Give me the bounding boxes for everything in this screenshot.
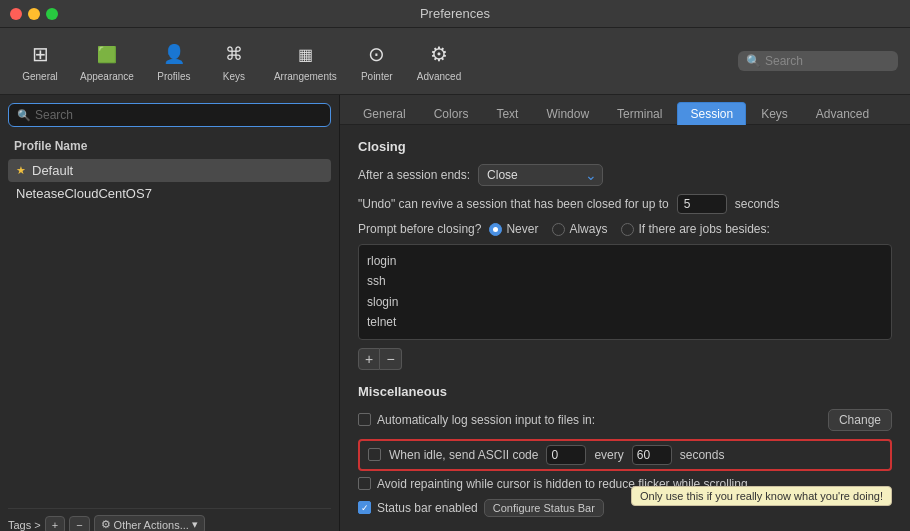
radio-jobs-label: If there are jobs besides: — [638, 222, 769, 236]
toolbar-item-appearance[interactable]: 🟩 Appearance — [72, 36, 142, 86]
jobs-list: rlogin ssh slogin telnet — [358, 244, 892, 340]
minimize-button[interactable] — [28, 8, 40, 20]
tab-window[interactable]: Window — [533, 102, 602, 125]
toolbar-item-profiles[interactable]: 👤 Profiles — [146, 36, 202, 86]
tab-general[interactable]: General — [350, 102, 419, 125]
profile-name-netease: NeteaseCloudCentOS7 — [16, 186, 152, 201]
profile-list-header: Profile Name — [8, 135, 331, 157]
job-item-ssh: ssh — [367, 271, 883, 291]
after-session-select-wrapper: Close Run Command... Don't close ⌄ — [478, 164, 603, 186]
toolbar-label-profiles: Profiles — [157, 71, 190, 82]
undo-prefix-label: "Undo" can revive a session that has bee… — [358, 197, 669, 211]
toolbar-search[interactable]: 🔍 — [738, 51, 898, 71]
prompt-label: Prompt before closing? — [358, 222, 481, 236]
toolbar-search-input[interactable] — [765, 54, 885, 68]
window-title: Preferences — [420, 6, 490, 21]
toolbar-item-arrangements[interactable]: ▦ Arrangements — [266, 36, 345, 86]
general-icon: ⊞ — [26, 40, 54, 68]
after-session-select[interactable]: Close Run Command... Don't close — [478, 164, 603, 186]
job-item-slogin: slogin — [367, 292, 883, 312]
toolbar-label-advanced: Advanced — [417, 71, 461, 82]
ascii-code-input[interactable] — [546, 445, 586, 465]
star-icon: ★ — [16, 164, 26, 177]
toolbar-label-keys: Keys — [223, 71, 245, 82]
tab-terminal[interactable]: Terminal — [604, 102, 675, 125]
titlebar: Preferences — [0, 0, 910, 28]
sidebar: 🔍 Profile Name ★ Default NeteaseCloudCen… — [0, 95, 340, 531]
undo-seconds-input[interactable] — [677, 194, 727, 214]
after-session-row: After a session ends: Close Run Command.… — [358, 164, 892, 186]
toolbar-label-pointer: Pointer — [361, 71, 393, 82]
other-actions-button[interactable]: ⚙ Other Actions... ▾ — [94, 515, 205, 531]
after-session-label: After a session ends: — [358, 168, 470, 182]
tab-bar: General Colors Text Window Terminal Sess… — [340, 95, 910, 125]
profiles-icon: 👤 — [160, 40, 188, 68]
toolbar-label-appearance: Appearance — [80, 71, 134, 82]
toolbar-label-general: General — [22, 71, 58, 82]
ascii-row: When idle, send ASCII code every seconds — [358, 439, 892, 471]
job-item-telnet: telnet — [367, 312, 883, 332]
radio-never-label: Never — [506, 222, 538, 236]
sidebar-search-input[interactable] — [35, 108, 322, 122]
undo-suffix-label: seconds — [735, 197, 780, 211]
auto-log-label: Automatically log session input to files… — [377, 413, 595, 427]
keys-icon: ⌘ — [220, 40, 248, 68]
misc-section-title: Miscellaneous — [358, 384, 892, 399]
toolbar-item-keys[interactable]: ⌘ Keys — [206, 36, 262, 86]
maximize-button[interactable] — [46, 8, 58, 20]
jobs-add-remove: + − — [358, 348, 892, 370]
toolbar: ⊞ General 🟩 Appearance 👤 Profiles ⌘ Keys… — [0, 28, 910, 95]
session-panel: Closing After a session ends: Close Run … — [340, 125, 910, 531]
tab-text[interactable]: Text — [483, 102, 531, 125]
window-controls — [10, 8, 58, 20]
content-area: General Colors Text Window Terminal Sess… — [340, 95, 910, 531]
change-button[interactable]: Change — [828, 409, 892, 431]
every-seconds-input[interactable] — [632, 445, 672, 465]
auto-log-checkbox[interactable] — [358, 413, 371, 426]
remove-job-button[interactable]: − — [380, 348, 402, 370]
closing-section-title: Closing — [358, 139, 892, 154]
ascii-tooltip: Only use this if you really know what yo… — [631, 486, 892, 506]
search-icon: 🔍 — [746, 54, 761, 68]
tab-advanced[interactable]: Advanced — [803, 102, 882, 125]
sidebar-search-icon: 🔍 — [17, 109, 31, 122]
profile-list: ★ Default NeteaseCloudCentOS7 — [8, 159, 331, 504]
job-item-rlogin: rlogin — [367, 251, 883, 271]
tab-keys[interactable]: Keys — [748, 102, 801, 125]
toolbar-item-pointer[interactable]: ⊙ Pointer — [349, 36, 405, 86]
every-label: every — [594, 448, 623, 462]
add-profile-button[interactable]: + — [45, 516, 65, 532]
toolbar-item-general[interactable]: ⊞ General — [12, 36, 68, 86]
radio-never[interactable]: Never — [489, 222, 538, 236]
auto-log-row: Automatically log session input to files… — [358, 409, 892, 431]
tags-label: Tags > — [8, 519, 41, 531]
tab-session[interactable]: Session — [677, 102, 746, 125]
radio-always-dot — [552, 223, 565, 236]
sidebar-footer: Tags > + − ⚙ Other Actions... ▾ — [8, 508, 331, 531]
radio-never-dot — [489, 223, 502, 236]
status-bar-checkbox[interactable] — [358, 501, 371, 514]
radio-always[interactable]: Always — [552, 222, 607, 236]
configure-status-bar-button[interactable]: Configure Status Bar — [484, 499, 604, 517]
radio-always-label: Always — [569, 222, 607, 236]
other-actions-icon: ⚙ — [101, 518, 111, 531]
add-job-button[interactable]: + — [358, 348, 380, 370]
toolbar-item-advanced[interactable]: ⚙ Advanced — [409, 36, 469, 86]
prompt-row: Prompt before closing? Never Always If t… — [358, 222, 892, 236]
sidebar-search-box[interactable]: 🔍 — [8, 103, 331, 127]
pointer-icon: ⊙ — [363, 40, 391, 68]
profile-item-default[interactable]: ★ Default — [8, 159, 331, 182]
toolbar-label-arrangements: Arrangements — [274, 71, 337, 82]
remove-profile-button[interactable]: − — [69, 516, 89, 532]
tab-colors[interactable]: Colors — [421, 102, 482, 125]
radio-jobs[interactable]: If there are jobs besides: — [621, 222, 769, 236]
profile-item-netease[interactable]: NeteaseCloudCentOS7 — [8, 182, 331, 205]
ascii-checkbox[interactable] — [368, 448, 381, 461]
seconds-label: seconds — [680, 448, 725, 462]
other-actions-chevron: ▾ — [192, 518, 198, 531]
other-actions-label: Other Actions... — [114, 519, 189, 531]
appearance-icon: 🟩 — [93, 40, 121, 68]
prompt-radio-group: Never Always If there are jobs besides: — [489, 222, 769, 236]
close-button[interactable] — [10, 8, 22, 20]
avoid-repaint-checkbox[interactable] — [358, 477, 371, 490]
